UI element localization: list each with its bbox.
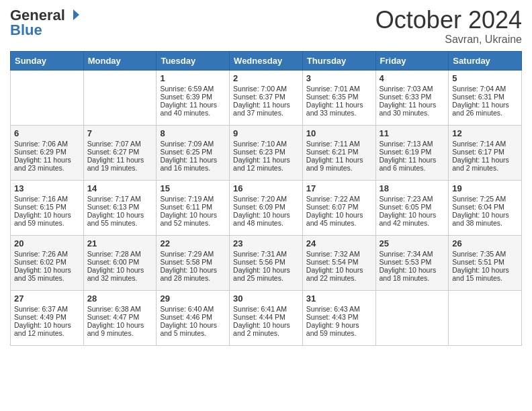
day-number: 15 bbox=[160, 183, 226, 193]
daylight-text: Daylight: 10 hours and 28 minutes. bbox=[160, 266, 226, 282]
sunset-text: Sunset: 6:00 PM bbox=[87, 258, 153, 266]
daylight-text: Daylight: 11 hours and 2 minutes. bbox=[452, 156, 518, 172]
sunset-text: Sunset: 6:07 PM bbox=[306, 203, 372, 211]
sunset-text: Sunset: 6:29 PM bbox=[14, 148, 80, 156]
page-header: General Blue October 2024 Savran, Ukrain… bbox=[10, 7, 522, 46]
calendar-cell bbox=[11, 70, 84, 125]
day-number: 9 bbox=[233, 128, 299, 138]
sunrise-text: Sunrise: 6:59 AM bbox=[160, 85, 226, 93]
daylight-text: Daylight: 10 hours and 48 minutes. bbox=[233, 211, 299, 227]
sunrise-text: Sunrise: 6:37 AM bbox=[14, 305, 80, 313]
daylight-text: Daylight: 10 hours and 38 minutes. bbox=[452, 211, 518, 227]
location-title: Savran, Ukraine bbox=[375, 34, 522, 46]
sunrise-text: Sunrise: 7:16 AM bbox=[14, 195, 80, 203]
day-number: 27 bbox=[14, 293, 80, 304]
day-number: 14 bbox=[87, 183, 153, 193]
calendar-cell: 20Sunrise: 7:26 AMSunset: 6:02 PMDayligh… bbox=[11, 235, 84, 290]
day-number: 24 bbox=[306, 238, 372, 248]
calendar-cell: 23Sunrise: 7:31 AMSunset: 5:56 PMDayligh… bbox=[230, 235, 303, 290]
sunset-text: Sunset: 4:43 PM bbox=[306, 313, 372, 321]
day-number: 11 bbox=[380, 128, 445, 138]
sunset-text: Sunset: 6:17 PM bbox=[452, 148, 518, 156]
col-header-friday: Friday bbox=[375, 51, 449, 70]
day-number: 4 bbox=[380, 73, 445, 83]
daylight-text: Daylight: 10 hours and 25 minutes. bbox=[233, 266, 299, 282]
calendar-cell: 1Sunrise: 6:59 AMSunset: 6:39 PMDaylight… bbox=[157, 70, 230, 125]
daylight-text: Daylight: 11 hours and 23 minutes. bbox=[14, 156, 80, 172]
sunset-text: Sunset: 4:44 PM bbox=[233, 313, 299, 321]
sunrise-text: Sunrise: 7:09 AM bbox=[160, 140, 226, 148]
sunset-text: Sunset: 4:47 PM bbox=[87, 313, 153, 321]
sunset-text: Sunset: 6:37 PM bbox=[233, 93, 299, 101]
col-header-tuesday: Tuesday bbox=[157, 51, 230, 70]
day-number: 16 bbox=[233, 183, 299, 193]
calendar-cell bbox=[83, 70, 157, 125]
daylight-text: Daylight: 10 hours and 52 minutes. bbox=[160, 211, 226, 227]
day-number: 8 bbox=[160, 128, 226, 138]
sunrise-text: Sunrise: 7:22 AM bbox=[306, 195, 372, 203]
sunrise-text: Sunrise: 7:23 AM bbox=[380, 195, 445, 203]
day-number: 2 bbox=[233, 73, 299, 83]
logo: General Blue bbox=[10, 7, 81, 39]
daylight-text: Daylight: 10 hours and 18 minutes. bbox=[380, 266, 445, 282]
calendar-cell: 9Sunrise: 7:10 AMSunset: 6:23 PMDaylight… bbox=[230, 125, 303, 180]
calendar-cell: 24Sunrise: 7:32 AMSunset: 5:54 PMDayligh… bbox=[302, 235, 375, 290]
calendar-cell: 28Sunrise: 6:38 AMSunset: 4:47 PMDayligh… bbox=[83, 290, 157, 345]
sunset-text: Sunset: 6:23 PM bbox=[233, 148, 299, 156]
calendar-cell: 6Sunrise: 7:06 AMSunset: 6:29 PMDaylight… bbox=[11, 125, 84, 180]
sunrise-text: Sunrise: 7:01 AM bbox=[306, 85, 372, 93]
sunset-text: Sunset: 6:15 PM bbox=[14, 203, 80, 211]
sunrise-text: Sunrise: 7:07 AM bbox=[87, 140, 153, 148]
daylight-text: Daylight: 11 hours and 19 minutes. bbox=[87, 156, 153, 172]
calendar-week-row: 13Sunrise: 7:16 AMSunset: 6:15 PMDayligh… bbox=[11, 180, 522, 235]
daylight-text: Daylight: 10 hours and 42 minutes. bbox=[380, 211, 445, 227]
sunset-text: Sunset: 5:53 PM bbox=[380, 258, 445, 266]
sunset-text: Sunset: 6:33 PM bbox=[380, 93, 445, 101]
sunrise-text: Sunrise: 7:00 AM bbox=[233, 85, 299, 93]
sunset-text: Sunset: 6:39 PM bbox=[160, 93, 226, 101]
calendar-cell: 18Sunrise: 7:23 AMSunset: 6:05 PMDayligh… bbox=[375, 180, 449, 235]
col-header-saturday: Saturday bbox=[449, 51, 522, 70]
month-title: October 2024 bbox=[375, 7, 522, 34]
daylight-text: Daylight: 11 hours and 30 minutes. bbox=[380, 101, 445, 117]
sunrise-text: Sunrise: 7:26 AM bbox=[14, 250, 80, 258]
sunrise-text: Sunrise: 6:41 AM bbox=[233, 305, 299, 313]
daylight-text: Daylight: 11 hours and 12 minutes. bbox=[233, 156, 299, 172]
calendar-cell: 30Sunrise: 6:41 AMSunset: 4:44 PMDayligh… bbox=[230, 290, 303, 345]
day-number: 5 bbox=[452, 73, 518, 83]
sunrise-text: Sunrise: 7:19 AM bbox=[160, 195, 226, 203]
daylight-text: Daylight: 11 hours and 6 minutes. bbox=[380, 156, 445, 172]
day-number: 22 bbox=[160, 238, 226, 248]
day-number: 12 bbox=[452, 128, 518, 138]
sunset-text: Sunset: 6:05 PM bbox=[380, 203, 445, 211]
sunset-text: Sunset: 4:49 PM bbox=[14, 313, 80, 321]
calendar-cell: 27Sunrise: 6:37 AMSunset: 4:49 PMDayligh… bbox=[11, 290, 84, 345]
calendar-week-row: 20Sunrise: 7:26 AMSunset: 6:02 PMDayligh… bbox=[11, 235, 522, 290]
calendar-cell: 2Sunrise: 7:00 AMSunset: 6:37 PMDaylight… bbox=[230, 70, 303, 125]
sunset-text: Sunset: 5:56 PM bbox=[233, 258, 299, 266]
day-number: 10 bbox=[306, 128, 372, 138]
daylight-text: Daylight: 11 hours and 9 minutes. bbox=[306, 156, 372, 172]
daylight-text: Daylight: 10 hours and 2 minutes. bbox=[233, 321, 299, 337]
sunset-text: Sunset: 6:31 PM bbox=[452, 93, 518, 101]
day-number: 28 bbox=[87, 293, 153, 304]
calendar-table: SundayMondayTuesdayWednesdayThursdayFrid… bbox=[10, 51, 522, 346]
sunrise-text: Sunrise: 7:04 AM bbox=[452, 85, 518, 93]
sunrise-text: Sunrise: 7:35 AM bbox=[452, 250, 518, 258]
daylight-text: Daylight: 10 hours and 35 minutes. bbox=[14, 266, 80, 282]
calendar-header-row: SundayMondayTuesdayWednesdayThursdayFrid… bbox=[11, 51, 522, 70]
calendar-cell: 31Sunrise: 6:43 AMSunset: 4:43 PMDayligh… bbox=[302, 290, 375, 345]
calendar-week-row: 6Sunrise: 7:06 AMSunset: 6:29 PMDaylight… bbox=[11, 125, 522, 180]
col-header-monday: Monday bbox=[83, 51, 157, 70]
calendar-cell: 11Sunrise: 7:13 AMSunset: 6:19 PMDayligh… bbox=[375, 125, 449, 180]
day-number: 13 bbox=[14, 183, 80, 193]
daylight-text: Daylight: 11 hours and 16 minutes. bbox=[160, 156, 226, 172]
calendar-cell: 13Sunrise: 7:16 AMSunset: 6:15 PMDayligh… bbox=[11, 180, 84, 235]
daylight-text: Daylight: 11 hours and 33 minutes. bbox=[306, 101, 372, 117]
day-number: 1 bbox=[160, 73, 226, 83]
daylight-text: Daylight: 10 hours and 15 minutes. bbox=[452, 266, 518, 282]
calendar-cell: 3Sunrise: 7:01 AMSunset: 6:35 PMDaylight… bbox=[302, 70, 375, 125]
col-header-wednesday: Wednesday bbox=[230, 51, 303, 70]
sunset-text: Sunset: 6:02 PM bbox=[14, 258, 80, 266]
sunrise-text: Sunrise: 7:13 AM bbox=[380, 140, 445, 148]
